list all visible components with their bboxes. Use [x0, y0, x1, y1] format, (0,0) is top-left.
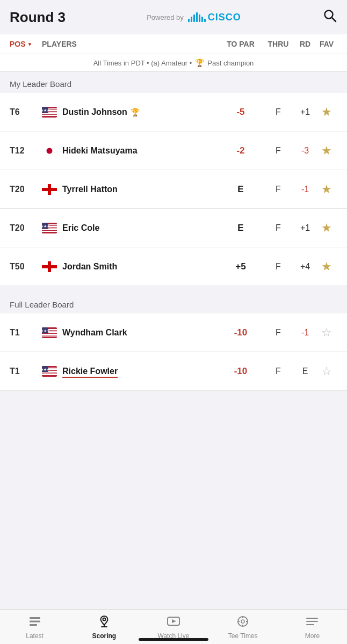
player-rd: -1 [294, 185, 316, 194]
latest-icon [28, 615, 41, 630]
player-position: T1 [10, 328, 42, 338]
player-thru: F [262, 367, 294, 376]
favorite-star[interactable]: ★ [316, 105, 337, 119]
player-position: T20 [10, 223, 42, 233]
player-flag: ★★★ [42, 366, 57, 377]
col-thru-header: THRU [262, 40, 294, 48]
col-pos-header[interactable]: POS ▼ [10, 40, 42, 48]
favorite-star[interactable]: ★ [316, 144, 337, 158]
player-topar: -10 [219, 327, 262, 338]
section-divider [0, 286, 347, 292]
player-name-trophy: Hideki Matsuyama [62, 145, 138, 156]
player-flag: ★★★ [42, 327, 57, 338]
player-topar: E [219, 184, 262, 195]
favorite-star[interactable]: ★ [316, 221, 337, 235]
player-flag-name: ★★★ Eric Cole [42, 223, 219, 233]
info-bar-text: All Times in PDT • (a) Amateur • [93, 59, 192, 67]
player-flag [42, 145, 57, 156]
player-position: T20 [10, 185, 42, 194]
table-row: T20 Tyrrell Hatton E F -1 ★ [0, 170, 347, 209]
svg-point-45 [103, 618, 105, 621]
column-headers: POS ▼ PLAYERS TO PAR THRU RD FAV [0, 34, 347, 54]
player-thru: F [262, 223, 294, 233]
cisco-logo: CISCO [188, 12, 241, 23]
past-champion-text: Past champion [207, 59, 254, 67]
nav-item-tee-times[interactable]: Tee Times [208, 610, 278, 644]
player-flag [42, 184, 57, 195]
svg-rect-25 [42, 265, 57, 268]
home-indicator [139, 638, 208, 641]
player-flag [42, 261, 57, 272]
player-name: Hideki Matsuyama [62, 146, 138, 155]
player-flag-name: ★★★ Wyndham Clark [42, 327, 219, 338]
player-name: Rickie Fowler [62, 367, 118, 378]
nav-item-scoring[interactable]: Scoring [69, 610, 139, 644]
svg-rect-7 [42, 115, 57, 116]
nav-label-more: More [305, 632, 320, 640]
player-name-trophy: Jordan Smith [62, 261, 117, 272]
favorite-star[interactable]: ☆ [316, 326, 337, 340]
player-thru: F [262, 185, 294, 194]
tee-times-icon [236, 615, 250, 630]
nav-label-scoring: Scoring [92, 632, 116, 640]
player-name-trophy: Eric Cole [62, 223, 99, 233]
svg-rect-43 [30, 621, 40, 623]
nav-label-tee-times: Tee Times [228, 632, 258, 640]
sort-arrow: ▼ [27, 41, 33, 47]
nav-item-latest[interactable]: Latest [0, 610, 69, 644]
player-rd: -1 [294, 328, 316, 338]
svg-marker-49 [172, 619, 176, 623]
search-button[interactable] [322, 8, 337, 27]
player-topar: -5 [219, 107, 262, 118]
player-name-trophy: Dustin Johnson 🏆 [62, 107, 140, 117]
header: Round 3 Powered by CISCO [0, 0, 347, 34]
info-bar: All Times in PDT • (a) Amateur • 🏆 Past … [0, 54, 347, 72]
player-name-wrapper: Wyndham Clark [62, 327, 127, 338]
svg-rect-19 [42, 229, 57, 230]
watch-live-icon [167, 615, 180, 630]
player-position: T1 [10, 367, 42, 376]
table-row: T20 ★★★ Eric Cole E F +1 ★ [0, 209, 347, 247]
powered-by-section: Powered by CISCO [66, 12, 322, 23]
table-row: T6 ★★★ Dustin Johnson 🏆 -5 F +1 ★ [0, 93, 347, 131]
player-name: Dustin Johnson [62, 107, 127, 116]
cisco-bars-icon [188, 12, 206, 22]
svg-point-51 [241, 620, 244, 623]
player-flag: ★★★ [42, 223, 57, 233]
player-rd: +4 [294, 262, 316, 272]
my-leaderboard-label: My Leader Board [0, 72, 347, 93]
player-flag-name: ★★★ Rickie Fowler [42, 366, 219, 377]
player-thru: F [262, 146, 294, 156]
table-row: T50 Jordan Smith +5 F +4 ★ [0, 247, 347, 286]
player-topar: +5 [219, 261, 262, 272]
svg-rect-20 [42, 231, 57, 232]
player-flag-name: Hideki Matsuyama [42, 145, 219, 156]
player-rd: +1 [294, 107, 316, 117]
round-title: Round 3 [10, 9, 66, 26]
player-name-trophy: Wyndham Clark [62, 327, 127, 338]
player-name-trophy: Tyrrell Hatton [62, 184, 118, 194]
svg-text:★★★: ★★★ [42, 108, 50, 112]
svg-rect-42 [30, 617, 40, 619]
svg-rect-31 [42, 335, 57, 336]
col-fav-header: FAV [316, 40, 337, 48]
player-flag: ★★★ [42, 107, 57, 118]
player-position: T6 [10, 107, 42, 117]
svg-rect-6 [42, 113, 57, 114]
favorite-star[interactable]: ★ [316, 260, 337, 274]
favorite-star[interactable]: ☆ [316, 364, 337, 378]
player-flag-name: Tyrrell Hatton [42, 184, 219, 195]
table-row: T1 ★★★ Rickie Fowler -10 F E ☆ [0, 352, 347, 391]
favorite-star[interactable]: ★ [316, 182, 337, 196]
past-champion-trophy: 🏆 [131, 108, 140, 116]
svg-line-1 [332, 17, 336, 21]
player-name-wrapper: Tyrrell Hatton [62, 184, 118, 194]
more-icon [305, 615, 319, 630]
svg-text:★★★: ★★★ [42, 224, 50, 228]
player-position: T50 [10, 262, 42, 272]
svg-rect-38 [42, 372, 57, 374]
scoring-icon [97, 615, 111, 630]
nav-item-more[interactable]: More [278, 610, 347, 644]
player-topar: E [219, 223, 262, 233]
svg-rect-39 [42, 374, 57, 375]
